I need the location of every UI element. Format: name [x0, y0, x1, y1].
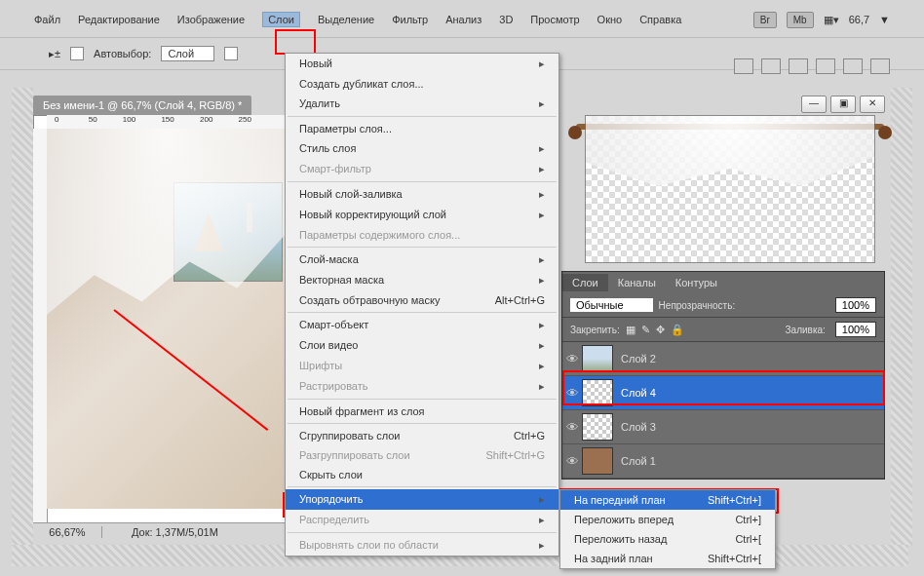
- menu-item[interactable]: Создать дубликат слоя...: [286, 74, 558, 94]
- align-icon[interactable]: [734, 58, 753, 74]
- menu-filter[interactable]: Фильтр: [392, 14, 428, 25]
- menu-image[interactable]: Изображение: [177, 14, 245, 25]
- align-icon[interactable]: [789, 58, 808, 74]
- annotation-highlight-menu: [275, 29, 316, 55]
- align-icon[interactable]: [870, 58, 890, 74]
- menu-item: Шрифты▸: [286, 356, 558, 376]
- align-icon[interactable]: [761, 58, 781, 74]
- fill-label: Заливка:: [786, 325, 826, 335]
- curtain: [47, 129, 285, 395]
- rod-finial-right: [878, 126, 892, 139]
- menu-select[interactable]: Выделение: [318, 14, 374, 25]
- lock-all-icon[interactable]: 🔒: [671, 324, 684, 336]
- layer-name: Слой 3: [621, 421, 656, 433]
- layer-row[interactable]: 👁Слой 1: [562, 444, 884, 479]
- submenu-item[interactable]: На задний планShift+Ctrl+[: [560, 549, 775, 568]
- close-button[interactable]: ✕: [860, 96, 885, 113]
- lock-label: Закрепить:: [570, 325, 620, 335]
- layer-thumbnail[interactable]: [582, 447, 613, 475]
- tool-icon[interactable]: ▸±: [49, 48, 60, 60]
- fill-value[interactable]: 100%: [835, 322, 876, 337]
- menu-item[interactable]: Удалить▸: [286, 94, 558, 114]
- menu-help[interactable]: Справка: [639, 14, 681, 25]
- submenu-item[interactable]: На передний планShift+Ctrl+]: [560, 490, 775, 510]
- curtain-preview: [586, 116, 874, 233]
- menu-edit[interactable]: Редактирование: [78, 14, 160, 25]
- blend-mode-select[interactable]: Обычные: [570, 298, 653, 312]
- menu-item: Выровнять слои по области▸: [286, 535, 558, 556]
- window-buttons: — ▣ ✕: [801, 96, 885, 113]
- maximize-button[interactable]: ▣: [830, 96, 856, 113]
- menu-item[interactable]: Слои видео▸: [286, 335, 558, 356]
- rod-finial-left: [568, 126, 582, 139]
- autoselect-label: Автовыбор:: [94, 48, 151, 59]
- menu-item: Параметры содержимого слоя...: [286, 225, 558, 245]
- menu-item[interactable]: Новый фрагмент из слоя: [286, 402, 558, 421]
- menu-layers[interactable]: Слои: [262, 12, 300, 27]
- autoselect-checkbox[interactable]: [70, 47, 84, 60]
- tab-channels[interactable]: Каналы: [608, 274, 666, 291]
- opacity-label: Непрозрачность:: [659, 300, 736, 311]
- align-icon[interactable]: [816, 58, 835, 74]
- navigator-preview[interactable]: [585, 115, 875, 263]
- layer-row[interactable]: 👁Слой 3: [562, 410, 884, 444]
- menu-item[interactable]: Упорядочить▸: [286, 489, 558, 510]
- menu-item[interactable]: Стиль слоя▸: [286, 138, 558, 159]
- lock-transparency-icon[interactable]: ▦: [626, 324, 635, 336]
- menu-item[interactable]: Смарт-объект▸: [286, 315, 558, 335]
- menu-window[interactable]: Окно: [597, 14, 623, 25]
- menu-item[interactable]: Новый корректирующий слой▸: [286, 205, 558, 225]
- menu-item[interactable]: Новый слой-заливка▸: [286, 184, 558, 205]
- canvas-content: [47, 129, 285, 509]
- submenu-item[interactable]: Переложить впередCtrl+]: [560, 510, 775, 529]
- tab-layers[interactable]: Слои: [562, 274, 608, 291]
- menu-item: Распределить▸: [286, 510, 558, 530]
- mb-icon[interactable]: Mb: [787, 12, 814, 28]
- lock-paint-icon[interactable]: ✎: [641, 324, 650, 336]
- transform-checkbox[interactable]: [224, 47, 238, 60]
- document-tab[interactable]: Без имени-1 @ 66,7% (Слой 4, RGB/8) *: [33, 96, 251, 115]
- menu-file[interactable]: Файл: [34, 14, 60, 25]
- autoselect-select[interactable]: Слой: [161, 46, 214, 61]
- layer-name: Слой 1: [621, 455, 656, 467]
- menubar: Файл Редактирование Изображение Слои Выд…: [0, 0, 924, 38]
- menu-item[interactable]: Скрыть слои: [286, 465, 558, 484]
- menu-item[interactable]: Векторная маска▸: [286, 270, 558, 290]
- tab-paths[interactable]: Контуры: [666, 274, 727, 291]
- submenu-item[interactable]: Переложить назадCtrl+[: [560, 529, 775, 549]
- menu-item: Смарт-фильтр▸: [286, 159, 558, 179]
- lock-move-icon[interactable]: ✥: [656, 324, 665, 336]
- film-icon[interactable]: ▦▾: [824, 14, 839, 26]
- align-tools: [734, 58, 890, 74]
- torn-edge-left: [12, 88, 33, 546]
- torn-edge-right: [891, 88, 912, 546]
- ruler-vertical: [33, 129, 48, 524]
- menu-item[interactable]: Создать обтравочную маскуAlt+Ctrl+G: [286, 290, 558, 310]
- annotation-highlight-layer: [562, 370, 885, 405]
- menu-item[interactable]: Сгруппировать слоиCtrl+G: [286, 426, 558, 445]
- menu-3d[interactable]: 3D: [499, 14, 513, 25]
- menu-item[interactable]: Параметры слоя...: [286, 119, 558, 138]
- minimize-button[interactable]: —: [801, 96, 827, 113]
- align-icon[interactable]: [843, 58, 863, 74]
- layer-thumbnail[interactable]: [582, 345, 613, 372]
- menu-view[interactable]: Просмотр: [530, 14, 579, 25]
- ruler-horizontal: 0 50 100 150 200 250: [47, 115, 285, 130]
- visibility-icon[interactable]: 👁: [562, 454, 582, 469]
- status-docsize: Док: 1,37M/5,01M: [102, 526, 218, 538]
- menu-item[interactable]: Слой-маска▸: [286, 250, 558, 270]
- menu-analysis[interactable]: Анализ: [445, 14, 481, 25]
- visibility-icon[interactable]: 👁: [562, 352, 582, 366]
- status-bar: 66,67% Док: 1,37M/5,01M: [33, 522, 285, 541]
- menu-item: Растрировать▸: [286, 376, 558, 397]
- layers-menu-dropdown: Новый▸Создать дубликат слоя...Удалить▸Па…: [285, 53, 559, 557]
- bridge-icon[interactable]: Br: [753, 12, 777, 28]
- menu-item[interactable]: Новый▸: [286, 54, 558, 74]
- zoom-dropdown-icon[interactable]: ▼: [879, 14, 890, 25]
- opacity-value[interactable]: 100%: [835, 297, 876, 313]
- visibility-icon[interactable]: 👁: [562, 420, 582, 435]
- menu-item: Разгруппировать слоиShift+Ctrl+G: [286, 445, 558, 465]
- layer-thumbnail[interactable]: [582, 413, 613, 441]
- status-zoom[interactable]: 66,67%: [33, 526, 102, 538]
- zoom-readout: 66,7: [849, 14, 869, 25]
